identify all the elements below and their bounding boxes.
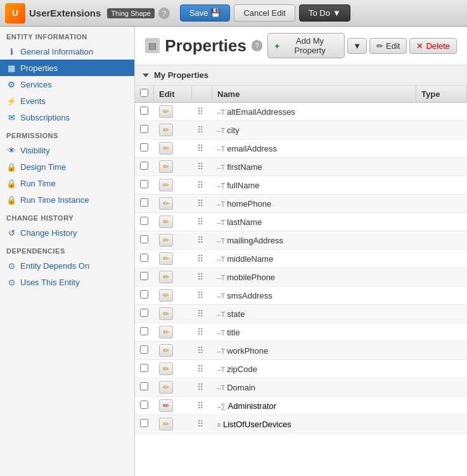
save-button[interactable]: Save 💾 [180,4,231,22]
edit-pencil-button[interactable]: ✏ [159,160,173,173]
drag-handle-icon[interactable]: ⠿ [197,180,203,190]
edit-pencil-button[interactable]: ✏ [159,179,173,191]
edit-pencil-button[interactable]: ✏ [159,197,173,210]
row-checkbox-cell [135,323,154,342]
drag-handle-icon[interactable]: ⠿ [197,401,203,411]
col-header-drag [192,86,212,103]
sidebar-item-visibility[interactable]: 👁 Visibility [0,142,134,158]
row-checkbox[interactable] [140,401,148,409]
add-my-property-button[interactable]: + Add My Property [267,33,345,58]
sidebar-item-run-time-instance[interactable]: 🔒 Run Time Instance [0,191,134,208]
row-checkbox[interactable] [140,106,148,115]
edit-pencil-button[interactable]: ✏ [159,289,173,302]
edit-pencil-button[interactable]: ✏ [159,381,173,394]
drag-handle-icon[interactable]: ⠿ [197,419,203,429]
todo-button[interactable]: To Do ▼ [299,4,350,22]
drag-handle-icon[interactable]: ⠿ [197,272,203,282]
visibility-icon: 👁 [6,145,16,155]
row-type-cell [416,415,467,434]
row-edit-cell: ✏ [154,231,192,250]
row-checkbox[interactable] [140,327,148,335]
row-checkbox[interactable] [140,309,148,317]
sidebar-item-services[interactable]: ⚙ Services [0,76,134,93]
my-properties-header[interactable]: My Properties [135,65,467,86]
row-checkbox[interactable] [140,345,148,354]
edit-pencil-button[interactable]: ✏ [159,234,173,247]
row-checkbox[interactable] [140,419,148,427]
edit-pencil-button[interactable]: ✏ [159,142,173,155]
edit-pencil-button[interactable]: ✏ [159,271,173,283]
permissions-section-label: PERMISSIONS [0,125,134,142]
app-title: UserExtensions [29,8,101,18]
drag-handle-icon[interactable]: ⠿ [197,198,203,209]
edit-pencil-button[interactable]: ✏ [159,124,173,136]
row-checkbox[interactable] [140,235,148,243]
row-checkbox[interactable] [140,162,148,170]
sidebar-item-events[interactable]: ⚡ Events [0,93,134,109]
drag-handle-icon[interactable]: ⠿ [197,162,203,172]
my-properties-label: My Properties [154,70,208,80]
properties-help-button[interactable]: ? [252,40,262,51]
row-drag-cell: ⠿ [192,268,212,286]
drag-handle-icon[interactable]: ⠿ [197,290,203,300]
drag-handle-icon[interactable]: ⠿ [197,143,203,153]
sidebar-item-subscriptions[interactable]: ✉ Subscriptions [0,109,134,125]
row-checkbox[interactable] [140,272,148,280]
row-name-cell: ListOfUserDevices [212,415,416,434]
row-checkbox[interactable] [140,364,148,372]
row-type-cell [416,176,467,195]
sidebar-item-design-time[interactable]: 🔒 Design Time [0,158,134,175]
cancel-edit-button[interactable]: Cancel Edit [234,4,295,22]
delete-button[interactable]: ✕ Delete [409,38,457,54]
table-row: ✏ ⠿ middleName [135,250,467,268]
edit-pencil-button[interactable]: ✏ [159,399,173,412]
edit-pencil-button[interactable]: ✏ [159,252,173,265]
select-all-checkbox[interactable] [140,89,148,97]
property-name: ListOfUserDevices [217,420,291,429]
property-name: emailAddress [217,144,277,153]
sidebar-item-general-information[interactable]: ℹ General Information [0,43,134,60]
drag-handle-icon[interactable]: ⠿ [197,382,203,392]
edit-pencil-button[interactable]: ✏ [159,344,173,357]
row-checkbox[interactable] [140,198,148,207]
drag-handle-icon[interactable]: ⠿ [197,106,203,117]
row-drag-cell: ⠿ [192,360,212,378]
row-checkbox[interactable] [140,180,148,188]
table-row: ✏ ⠿ mobilePhone [135,268,467,286]
sidebar-item-run-time[interactable]: 🔒 Run Time [0,175,134,191]
row-checkbox[interactable] [140,125,148,133]
sidebar-item-entity-depends-on[interactable]: ⊙ Entity Depends On [0,257,134,274]
sidebar-item-label: Uses This Entity [20,278,80,287]
sidebar-item-change-history[interactable]: ↺ Change History [0,224,134,241]
row-checkbox[interactable] [140,143,148,151]
pencil-icon: ✏ [376,41,383,51]
row-checkbox[interactable] [140,254,148,262]
edit-pencil-button[interactable]: ✏ [159,418,173,430]
edit-pencil-button[interactable]: ✏ [159,363,173,375]
edit-button[interactable]: ✏ Edit [369,38,407,54]
drag-handle-icon[interactable]: ⠿ [197,309,203,319]
row-name-cell: homePhone [212,195,416,213]
edit-pencil-button[interactable]: ✏ [159,215,173,228]
sidebar-item-uses-this-entity[interactable]: ⊙ Uses This Entity [0,274,134,290]
edit-pencil-button[interactable]: ✏ [159,105,173,118]
row-checkbox[interactable] [140,217,148,225]
property-name: lastName [217,217,262,227]
sidebar-item-label: Design Time [20,162,66,172]
edit-pencil-button[interactable]: ✏ [159,307,173,320]
row-checkbox[interactable] [140,382,148,390]
drag-handle-icon[interactable]: ⠿ [197,254,203,264]
row-checkbox[interactable] [140,290,148,299]
drag-handle-icon[interactable]: ⠿ [197,235,203,245]
edit-pencil-button[interactable]: ✏ [159,326,173,338]
drag-handle-icon[interactable]: ⠿ [197,364,203,374]
drag-handle-icon[interactable]: ⠿ [197,327,203,337]
drag-handle-icon[interactable]: ⠿ [197,125,203,135]
add-property-dropdown-button[interactable]: ▼ [347,38,367,54]
drag-handle-icon[interactable]: ⠿ [197,345,203,356]
topbar-help-button[interactable]: ? [158,8,170,19]
row-name-cell: lastName [212,213,416,231]
drag-handle-icon[interactable]: ⠿ [197,217,203,227]
row-type-cell [416,250,467,268]
sidebar-item-properties[interactable]: ▦ Properties [0,60,134,76]
